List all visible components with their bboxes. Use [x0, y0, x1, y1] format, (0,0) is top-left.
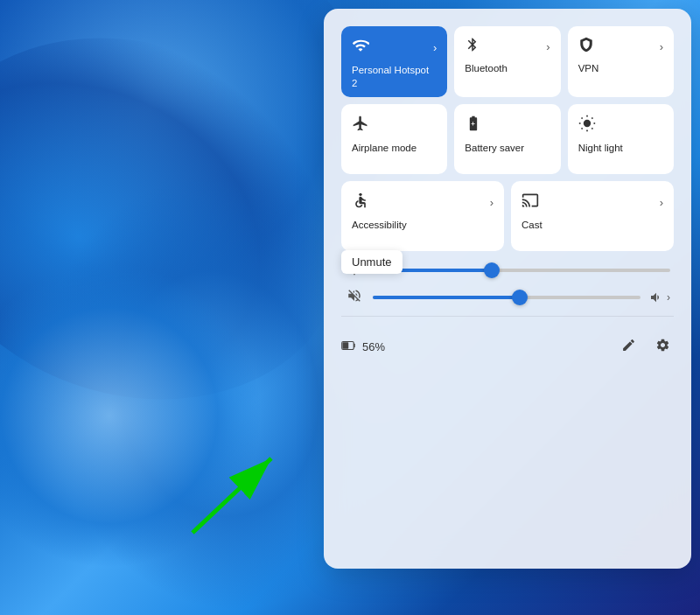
airplane-label: Airplane mode: [352, 142, 416, 155]
svg-line-8: [592, 117, 592, 118]
toggle-cast[interactable]: › Cast: [511, 181, 674, 251]
vpn-arrow: ›: [660, 40, 663, 53]
toggle-night-light[interactable]: Night light: [568, 104, 674, 174]
settings-button[interactable]: [652, 334, 674, 360]
toggle-personal-hotspot[interactable]: › Personal Hotspot2: [341, 26, 447, 97]
svg-line-7: [581, 128, 582, 129]
unmute-tooltip: Unmute: [341, 250, 402, 274]
accessibility-label: Accessibility: [352, 219, 407, 232]
bottom-icons: [618, 334, 674, 360]
toggle-grid-row2: Airplane mode Battery saver: [341, 104, 674, 174]
bluetooth-label: Bluetooth: [465, 62, 508, 75]
battery-icon: [341, 339, 357, 354]
cast-icon: [522, 192, 539, 213]
mute-icon[interactable]: [345, 288, 364, 307]
toggle-airplane-mode[interactable]: Airplane mode: [341, 104, 447, 174]
svg-line-23: [192, 458, 271, 533]
brightness-slider[interactable]: [373, 262, 670, 279]
svg-rect-21: [343, 343, 349, 350]
volume-slider-row: Unmute ›: [345, 288, 670, 307]
toggle-grid-row3: › Accessibility › Cast: [341, 181, 674, 251]
toggle-accessibility[interactable]: › Accessibility: [341, 181, 504, 251]
battery-saver-icon: [465, 115, 482, 136]
battery-info: 56%: [341, 339, 385, 354]
vpn-icon: [578, 37, 594, 57]
svg-point-9: [359, 193, 361, 196]
night-light-label: Night light: [578, 142, 623, 155]
cast-label: Cast: [522, 219, 542, 232]
toggle-bluetooth[interactable]: › Bluetooth: [454, 26, 560, 97]
battery-saver-label: Battery saver: [465, 142, 524, 155]
svg-point-0: [583, 120, 590, 127]
wifi-icon: [352, 37, 369, 59]
toggle-battery-saver[interactable]: Battery saver: [454, 104, 560, 174]
slider-section: Unmute ›: [341, 262, 674, 307]
quick-settings-panel: › Personal Hotspot2 › Bluetooth: [324, 9, 691, 569]
toggle-vpn[interactable]: › VPN: [568, 26, 674, 97]
volume-slider[interactable]: [373, 289, 640, 306]
bluetooth-arrow: ›: [546, 40, 550, 53]
green-arrow-annotation: [175, 445, 289, 545]
airplane-icon: [352, 115, 369, 136]
edit-button[interactable]: [618, 334, 640, 360]
volume-right-controls[interactable]: ›: [649, 290, 670, 304]
hotspot-arrow: ›: [433, 41, 437, 54]
bottom-bar: 56%: [341, 331, 674, 360]
vpn-label: VPN: [578, 62, 599, 75]
night-light-icon: [578, 115, 596, 136]
svg-line-4: [592, 128, 592, 129]
svg-line-3: [581, 117, 582, 118]
bluetooth-icon: [465, 37, 480, 57]
svg-rect-20: [354, 344, 355, 348]
accessibility-arrow: ›: [490, 196, 494, 209]
accessibility-icon: [352, 192, 369, 213]
toggle-grid-row1: › Personal Hotspot2 › Bluetooth: [341, 26, 674, 97]
battery-percent: 56%: [362, 340, 385, 353]
cast-arrow: ›: [660, 196, 663, 209]
divider: [341, 316, 674, 317]
hotspot-label: Personal Hotspot2: [352, 64, 429, 90]
